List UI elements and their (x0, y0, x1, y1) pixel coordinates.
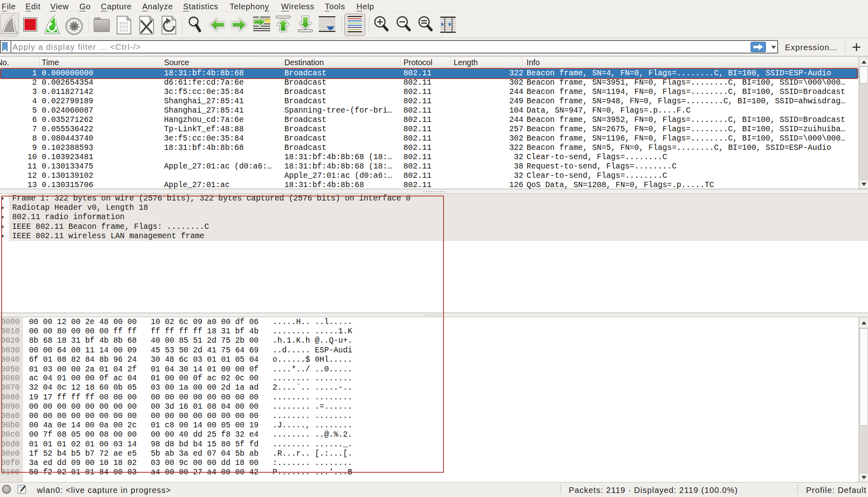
svg-text:0111: 0111 (119, 29, 128, 33)
